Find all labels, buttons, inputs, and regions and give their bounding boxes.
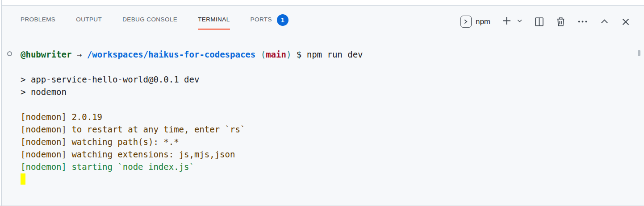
panel-left-border xyxy=(1,0,2,206)
terminal-process-label: npm xyxy=(476,17,490,26)
terminal-panel: PROBLEMS OUTPUT DEBUG CONSOLE TERMINAL P… xyxy=(0,0,644,206)
command-status-circle-icon xyxy=(7,51,12,56)
panel-tabs: PROBLEMS OUTPUT DEBUG CONSOLE TERMINAL P… xyxy=(21,16,289,30)
tab-terminal-label: TERMINAL xyxy=(198,16,230,23)
ports-count-badge: 1 xyxy=(277,14,289,26)
more-actions-button[interactable] xyxy=(577,16,589,28)
git-branch-name: main xyxy=(266,49,286,59)
terminal-prompt-line: @hubwriter → /workspaces/haikus-for-code… xyxy=(21,48,644,61)
terminal-output-line: > nodemon xyxy=(21,86,644,98)
terminal-cursor xyxy=(21,173,25,185)
close-panel-button[interactable] xyxy=(620,16,631,27)
tab-problems[interactable]: PROBLEMS xyxy=(21,16,55,30)
ellipsis-icon xyxy=(577,16,589,28)
terminal-output-line: [nodemon] to restart at any time, enter … xyxy=(21,123,644,136)
trash-icon xyxy=(555,16,566,27)
split-terminal-button[interactable] xyxy=(534,16,545,27)
panel-actions: npm xyxy=(460,15,631,29)
blank-line xyxy=(21,98,644,111)
terminal-output-line: [nodemon] watching extensions: js,mjs,js… xyxy=(21,148,644,161)
tab-terminal[interactable]: TERMINAL xyxy=(198,16,230,30)
editor-bottom-strip xyxy=(0,0,644,6)
tab-debug-console-label: DEBUG CONSOLE xyxy=(122,16,177,23)
split-editor-icon xyxy=(534,16,545,27)
tab-output-label: OUTPUT xyxy=(76,16,102,23)
terminal-output-line: > app-service-hello-world@0.0.1 dev xyxy=(21,73,644,86)
terminal-icon xyxy=(460,16,472,28)
tab-output[interactable]: OUTPUT xyxy=(76,16,102,30)
prompt-user: @hubwriter xyxy=(21,49,71,59)
terminal-output-area[interactable]: @hubwriter → /workspaces/haikus-for-code… xyxy=(0,48,644,185)
prompt-path: /workspaces/haikus-for-codespaces xyxy=(87,49,256,59)
terminal-output-line: [nodemon] starting `node index.js` xyxy=(21,161,644,173)
new-terminal-button[interactable] xyxy=(501,15,523,29)
panel-header: PROBLEMS OUTPUT DEBUG CONSOLE TERMINAL P… xyxy=(0,6,644,38)
tab-ports-label: PORTS xyxy=(251,16,272,23)
tab-ports[interactable]: PORTS 1 xyxy=(251,16,289,30)
branch-paren-open: ( xyxy=(261,49,266,59)
terminal-output-line: [nodemon] watching path(s): *.* xyxy=(21,136,644,148)
kill-terminal-button[interactable] xyxy=(555,16,566,27)
branch-paren-close: ) xyxy=(286,49,291,59)
terminal-output-line: [nodemon] 2.0.19 xyxy=(21,111,644,123)
maximize-panel-button[interactable] xyxy=(599,16,610,27)
close-icon xyxy=(620,16,631,27)
plus-icon xyxy=(501,15,513,29)
blank-line xyxy=(21,61,644,73)
chevron-up-icon xyxy=(599,16,610,27)
tab-debug-console[interactable]: DEBUG CONSOLE xyxy=(122,16,177,30)
terminal-scrollbar-thumb[interactable] xyxy=(638,50,640,56)
terminal-cursor-line xyxy=(21,173,644,185)
active-terminal-selector[interactable]: npm xyxy=(460,16,490,28)
chevron-down-icon[interactable] xyxy=(516,17,523,26)
tab-problems-label: PROBLEMS xyxy=(21,16,55,23)
prompt-command: $ npm run dev xyxy=(297,49,363,59)
prompt-arrow: → xyxy=(77,49,82,59)
